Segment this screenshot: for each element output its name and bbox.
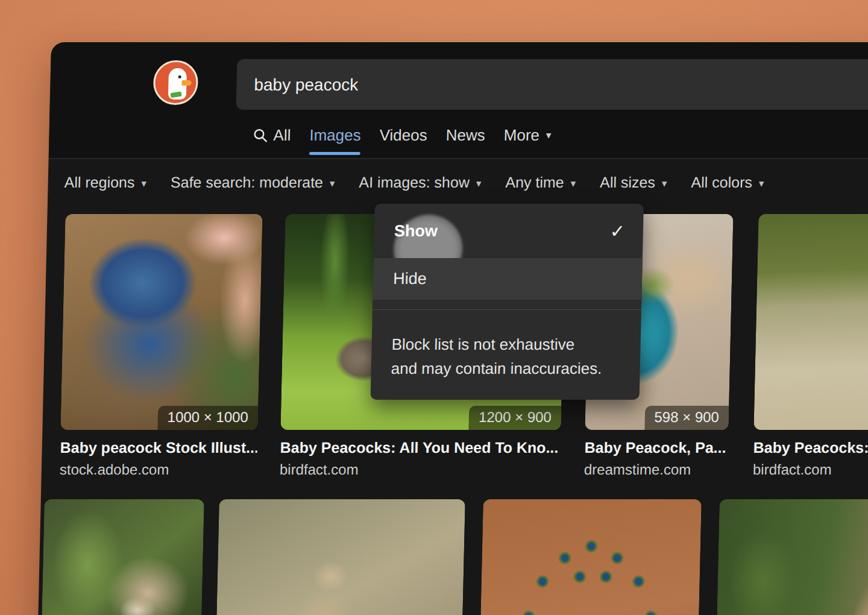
tab-all-label: All — [273, 126, 291, 145]
browser-window: All Images Videos News More ▾ All region… — [32, 42, 868, 615]
caret-down-icon: ▾ — [759, 175, 764, 190]
caret-down-icon: ▾ — [141, 175, 146, 190]
result-title: Baby Peacocks: All You Need To Kno... — [280, 439, 561, 456]
search-tabs: All Images Videos News More ▾ — [253, 123, 552, 147]
menu-option-show[interactable]: Show ✓ — [374, 204, 644, 258]
image-dimensions-badge: 598 × 900 — [644, 406, 729, 430]
image-result[interactable] — [39, 499, 204, 615]
checkmark-icon: ✓ — [609, 221, 625, 242]
filter-regions[interactable]: All regions ▾ — [64, 174, 146, 191]
menu-note: Block list is not exhaustive and may con… — [391, 332, 625, 380]
image-result[interactable] — [714, 499, 868, 615]
filter-bar: All regions ▾ Safe search: moderate ▾ AI… — [64, 174, 764, 191]
search-bar — [236, 59, 868, 110]
tab-images-label: Images — [309, 126, 361, 145]
result-thumbnail — [39, 499, 204, 615]
tab-more[interactable]: More ▾ — [503, 126, 552, 145]
result-title: Baby peacock Stock Illust... — [60, 439, 257, 456]
image-result[interactable]: 1000 × 1000 Baby peacock Stock Illust...… — [60, 214, 263, 478]
ai-images-dropdown: Show ✓ Hide Block list is not exhaustive… — [371, 204, 644, 400]
result-thumbnail — [478, 499, 702, 615]
menu-option-show-label: Show — [394, 222, 438, 241]
image-result[interactable]: Baby Peacocks: birdfact.com — [753, 214, 868, 478]
filter-sizes-label: All sizes — [600, 174, 655, 191]
filter-sizes[interactable]: All sizes ▾ — [600, 174, 667, 191]
menu-note-line1: Block list is not exhaustive — [391, 332, 625, 356]
caret-down-icon: ▾ — [570, 175, 576, 190]
result-title: Baby Peacocks: — [753, 439, 868, 456]
image-dimensions-badge: 1000 × 1000 — [157, 406, 258, 430]
image-result[interactable] — [214, 499, 465, 615]
result-domain: stock.adobe.com — [60, 461, 257, 478]
filter-colors-label: All colors — [691, 174, 752, 191]
menu-divider — [373, 309, 641, 310]
menu-option-hide-label: Hide — [393, 270, 427, 288]
tab-images[interactable]: Images — [309, 126, 361, 145]
promo-background: { "colors": { "background_orange": "#d08… — [0, 0, 868, 615]
result-title: Baby Peacock, Pa... — [584, 439, 728, 456]
result-thumbnail — [753, 214, 868, 430]
menu-note-line2: and may contain inaccuracies. — [391, 356, 624, 380]
caret-down-icon: ▾ — [546, 129, 552, 142]
filter-colors[interactable]: All colors ▾ — [691, 174, 764, 191]
tab-all[interactable]: All — [253, 126, 291, 145]
result-thumbnail: 1000 × 1000 — [60, 214, 262, 430]
search-input[interactable] — [252, 59, 798, 111]
filter-safe-search[interactable]: Safe search: moderate ▾ — [171, 174, 335, 191]
image-result[interactable] — [478, 499, 702, 615]
filter-safe-search-label: Safe search: moderate — [171, 174, 324, 191]
tab-more-label: More — [503, 126, 539, 145]
menu-option-hide[interactable]: Hide — [373, 258, 643, 300]
caret-down-icon: ▾ — [476, 175, 482, 190]
filter-time-label: Any time — [505, 174, 564, 191]
image-dimensions-badge: 1200 × 900 — [469, 406, 562, 430]
filter-regions-label: All regions — [64, 174, 134, 191]
tab-videos[interactable]: Videos — [379, 126, 427, 145]
tab-news-label: News — [445, 126, 485, 145]
result-thumbnail — [714, 499, 868, 615]
filter-ai-images-label: AI images: show — [359, 174, 470, 191]
caret-down-icon: ▾ — [662, 175, 667, 190]
result-thumbnail — [214, 499, 465, 615]
result-domain: birdfact.com — [280, 461, 561, 478]
header-divider — [49, 158, 868, 159]
result-domain: birdfact.com — [753, 461, 868, 478]
search-icon — [253, 128, 268, 143]
duck-beak — [181, 80, 191, 86]
tab-videos-label: Videos — [379, 126, 427, 145]
filter-time[interactable]: Any time ▾ — [505, 174, 576, 191]
tab-news[interactable]: News — [445, 126, 485, 145]
result-domain: dreamstime.com — [584, 461, 728, 478]
filter-ai-images[interactable]: AI images: show ▾ — [359, 174, 482, 191]
caret-down-icon: ▾ — [330, 175, 335, 190]
